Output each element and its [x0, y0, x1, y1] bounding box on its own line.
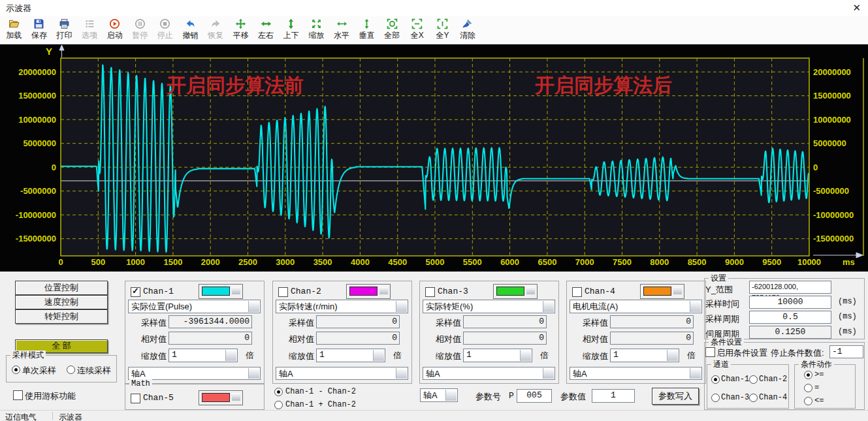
scale-select[interactable]: 1	[610, 349, 679, 362]
toolbar-pan-button[interactable]: 平移	[228, 16, 253, 44]
scale-dropdown-button[interactable]	[667, 350, 678, 361]
scale-dropdown-button[interactable]	[373, 350, 384, 361]
sample-time-field[interactable]: 10000	[749, 296, 831, 309]
scale-select[interactable]: 1	[463, 349, 532, 362]
math-axis-dropdown-button[interactable]	[445, 390, 457, 401]
chan5-color-swatch[interactable]	[199, 390, 243, 405]
statusbar-app: 示波器	[59, 412, 82, 421]
channel-color-swatch[interactable]	[346, 284, 391, 299]
channel-color-swatch[interactable]	[640, 284, 684, 299]
scale-select[interactable]: 1	[316, 349, 385, 362]
sample-value-label: 采样值	[583, 317, 608, 329]
toolbar-left-right-button[interactable]: 左右	[253, 16, 279, 44]
torque-control-button[interactable]: 转矩控制	[15, 309, 108, 324]
param-no-field[interactable]: 005	[517, 389, 552, 403]
signal-select[interactable]: 电机电流(A)	[570, 300, 702, 313]
channel-checkbox[interactable]	[572, 287, 582, 297]
math-axis-select[interactable]: 轴A	[420, 388, 458, 402]
cond-le-radio[interactable]	[804, 397, 812, 405]
cond-eq-radio[interactable]	[804, 384, 812, 392]
axis-select[interactable]: 轴A	[276, 367, 408, 380]
signal-select[interactable]: 实际位置(Pulse)	[128, 300, 261, 313]
toolbar: 加载保存打印选项启动暂停停止撤销恢复平移左右上下缩放水平垂直全部全X全Y清除	[0, 16, 868, 44]
toolbar-stop-label: 停止	[157, 30, 173, 41]
cond-chan2-radio[interactable]	[749, 375, 758, 384]
toolbar-clear-button[interactable]: 清除	[455, 16, 481, 44]
axis-value: 轴A	[279, 368, 293, 380]
svg-text:5000000: 5000000	[23, 138, 56, 148]
toolbar-fit-x-button[interactable]: 全X	[405, 16, 430, 44]
signal-dropdown-button[interactable]	[690, 301, 701, 312]
cond-chan3-label: Chan-3	[721, 393, 749, 402]
axis-select[interactable]: 轴A	[570, 367, 702, 380]
channel-checkbox[interactable]	[131, 287, 140, 297]
toolbar-zoom-button[interactable]: 缩放	[304, 16, 329, 44]
toolbar-fit-all-button[interactable]: 全部	[379, 16, 405, 44]
signal-dropdown-button[interactable]	[396, 301, 407, 312]
cond-chan4-radio[interactable]	[749, 394, 758, 402]
toolbar-undo-button[interactable]: 撤销	[178, 16, 203, 44]
svg-text:9500: 9500	[762, 257, 781, 267]
axis-dropdown-button[interactable]	[690, 368, 701, 379]
scale-select[interactable]: 1	[169, 349, 238, 362]
stop-condition-field[interactable]: -1	[829, 345, 863, 358]
signal-dropdown-button[interactable]	[248, 301, 259, 312]
param-write-button[interactable]: 参数写入	[652, 388, 699, 405]
svg-text:20000000: 20000000	[18, 67, 56, 77]
channel-checkbox[interactable]	[278, 287, 288, 297]
sample-period-field[interactable]: 0.5	[749, 311, 831, 324]
channel-color	[643, 287, 671, 296]
toolbar-save-button[interactable]: 保存	[27, 16, 52, 44]
chan5-checkbox[interactable]	[131, 394, 140, 403]
svg-text:500: 500	[91, 257, 105, 267]
channel-swatch-grip	[232, 287, 240, 294]
options-list-icon	[84, 18, 95, 29]
toolbar-print-button[interactable]: 打印	[52, 16, 77, 44]
cond-chan1-radio[interactable]	[711, 375, 720, 384]
scale-value-label: 缩放值	[289, 351, 314, 362]
fit-x-icon	[411, 18, 423, 29]
axis-dropdown-button[interactable]	[543, 368, 554, 379]
channel-color-swatch[interactable]	[199, 284, 243, 299]
math-subtract-radio[interactable]	[274, 388, 283, 396]
channel-panel: Chan-4 电机电流(A) 采样值 0 相对值 0 缩放值 1 倍 轴A	[566, 281, 706, 384]
scale-dropdown-button[interactable]	[520, 350, 531, 361]
cond-chan3-radio[interactable]	[711, 394, 720, 402]
axis-dropdown-button[interactable]	[248, 368, 259, 379]
clear-brush-icon	[462, 18, 473, 29]
channel-label: Chan-3	[438, 287, 468, 296]
single-sampling-radio[interactable]	[12, 366, 20, 374]
chan5-color	[202, 393, 230, 402]
toolbar-up-down-button[interactable]: 上下	[279, 16, 304, 44]
toolbar-fit-y-button[interactable]: 全Y	[430, 16, 455, 44]
svg-text:5000000: 5000000	[813, 138, 846, 148]
param-val-field[interactable]: 1	[592, 389, 635, 403]
speed-control-button[interactable]: 速度控制	[15, 295, 108, 309]
y-range-field[interactable]: -6200128.000, 7354176.	[749, 281, 831, 294]
axis-select[interactable]: 轴A	[128, 367, 261, 380]
oscilloscope-plot[interactable]: 2000000020000000150000001500000010000000…	[0, 44, 868, 272]
cursor-function-checkbox[interactable]	[13, 390, 23, 400]
close-icon[interactable]: ✕	[852, 2, 861, 14]
position-control-button[interactable]: 位置控制	[15, 281, 108, 295]
toolbar-load-button[interactable]: 加载	[1, 16, 27, 44]
axis-dropdown-button[interactable]	[396, 368, 407, 379]
signal-dropdown-button[interactable]	[543, 301, 554, 312]
channel-checkbox[interactable]	[425, 287, 435, 297]
servo-period-field: 0.1250	[749, 326, 831, 339]
toolbar-start-button[interactable]: 启动	[102, 16, 127, 44]
toolbar-vertical-button[interactable]: 垂直	[354, 16, 379, 44]
math-add-radio[interactable]	[274, 401, 283, 409]
scale-dropdown-button[interactable]	[225, 350, 236, 361]
axis-select[interactable]: 轴A	[423, 367, 555, 380]
cond-ge-radio[interactable]	[804, 371, 812, 379]
toolbar-pan-label: 平移	[233, 30, 249, 41]
enable-condition-checkbox[interactable]	[705, 347, 715, 357]
scale-unit-label: 倍	[246, 350, 254, 362]
toolbar-horizontal-button[interactable]: 水平	[329, 16, 355, 44]
signal-select[interactable]: 实际转矩(%)	[423, 300, 555, 313]
channel-color-swatch[interactable]	[493, 284, 538, 299]
continuous-sampling-radio[interactable]	[67, 366, 75, 374]
signal-select[interactable]: 实际转速(r/min)	[276, 300, 408, 313]
svg-text:3000: 3000	[276, 257, 295, 267]
